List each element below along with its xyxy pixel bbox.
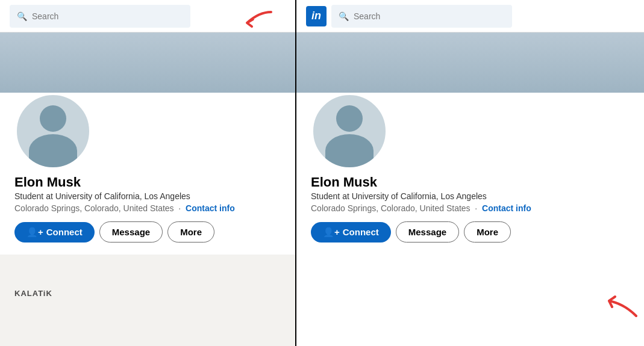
right-more-button[interactable]: More	[464, 221, 511, 243]
right-person-head	[336, 105, 363, 132]
left-more-button[interactable]: More	[167, 221, 214, 243]
right-profile-section: Elon Musk Student at University of Calif…	[296, 93, 644, 255]
left-avatar	[14, 93, 92, 170]
right-search-input[interactable]	[354, 11, 505, 21]
right-panel: in 🔍 Elon Musk Student at University of …	[296, 0, 644, 346]
right-search-bar[interactable]: 🔍	[331, 5, 512, 28]
right-header: in 🔍	[296, 0, 644, 32]
left-action-buttons: 👤+ Connect Message More	[14, 221, 281, 243]
right-avatar-wrapper	[311, 93, 388, 170]
left-search-bar[interactable]: 🔍	[10, 5, 190, 28]
search-icon: 🔍	[17, 11, 27, 21]
right-person-body	[325, 134, 374, 167]
right-profile-location: Colorado Springs, Colorado, United State…	[311, 203, 631, 213]
left-connect-button[interactable]: 👤+ Connect	[14, 222, 95, 243]
left-panel: 🔍 Elon Musk Student at University of Cal…	[0, 0, 295, 346]
right-profile-name: Elon Musk	[311, 175, 631, 190]
left-profile-section: Elon Musk Student at University of Calif…	[0, 93, 295, 255]
left-profile-headline: Student at University of California, Los…	[14, 191, 281, 201]
left-connect-icon: 👤+	[27, 227, 43, 238]
left-avatar-wrapper	[14, 93, 92, 170]
left-contact-link[interactable]: Contact info	[186, 203, 235, 213]
right-connect-button[interactable]: 👤+ Connect	[311, 222, 391, 243]
left-person-head	[40, 105, 66, 132]
linkedin-logo: in	[306, 6, 327, 26]
right-search-icon: 🔍	[339, 11, 349, 21]
right-message-button[interactable]: Message	[396, 221, 459, 243]
right-contact-link[interactable]: Contact info	[482, 203, 531, 213]
right-avatar	[311, 93, 388, 170]
right-person-silhouette	[313, 95, 386, 167]
left-person-silhouette	[17, 95, 89, 167]
left-message-button[interactable]: Message	[99, 221, 163, 243]
right-profile-headline: Student at University of California, Los…	[311, 191, 631, 201]
left-header: 🔍	[0, 0, 295, 32]
left-profile-location: Colorado Springs, Colorado, United State…	[14, 203, 281, 213]
left-person-body	[29, 134, 77, 167]
right-red-arrow	[576, 280, 642, 322]
left-profile-name: Elon Musk	[14, 175, 281, 190]
right-action-buttons: 👤+ Connect Message More	[311, 221, 631, 243]
watermark: KALATiK	[14, 289, 52, 298]
left-search-input[interactable]	[32, 11, 183, 21]
right-connect-icon: 👤+	[323, 227, 340, 238]
